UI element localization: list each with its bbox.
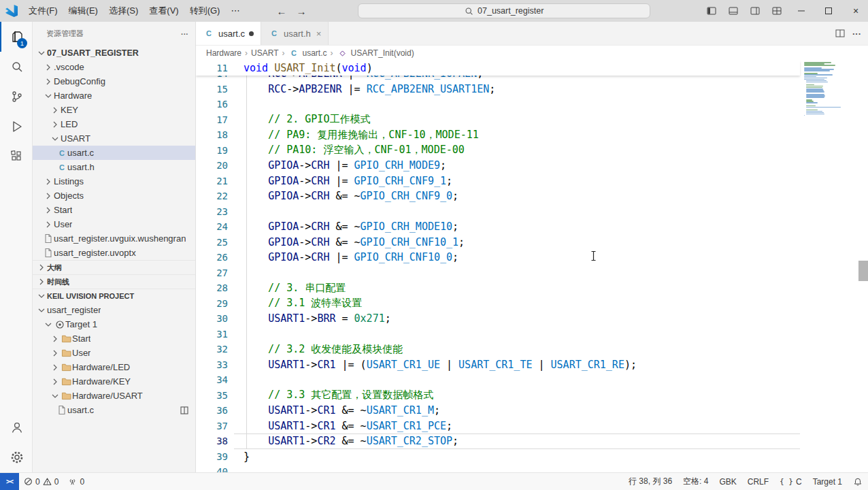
code-editor[interactable]: 14 RCC->APB2ENR |= RCC_APB2ENR_IOPAEN;15… (196, 61, 868, 472)
breadcrumb-item-1[interactable]: USART (251, 48, 278, 58)
explorer-item-usart[interactable]: USART (33, 131, 195, 146)
toggle-sidebar-icon[interactable] (702, 1, 721, 20)
explorer-item-usart_register.uvoptx[interactable]: usart_register.uvoptx (33, 246, 195, 260)
code-line-27[interactable]: 27 (196, 265, 800, 281)
explorer-item-objects[interactable]: Objects (33, 189, 195, 203)
code-line-25[interactable]: 25 GPIOA->CRH &= ~GPIO_CRH_CNF10_1; (196, 235, 800, 250)
status-cursor-position[interactable]: 行 38, 列 36 (623, 473, 678, 490)
code-line-15[interactable]: 15 RCC->APB2ENR |= RCC_APB2ENR_USART1EN; (196, 82, 800, 97)
keil-item-hardware-usart[interactable]: Hardware/USART (33, 389, 195, 403)
line-number[interactable]: 32 (196, 344, 228, 355)
run-debug-activity-button[interactable] (0, 112, 32, 142)
line-number[interactable]: 34 (196, 374, 228, 385)
status-language[interactable]: { } C (774, 473, 807, 490)
keil-item-usart_register[interactable]: usart_register (33, 303, 195, 317)
tab-close-icon[interactable]: × (315, 29, 322, 39)
code-line-23[interactable]: 23 (196, 204, 800, 220)
code-line-38[interactable]: 38 USART1->CR2 &= ~USART_CR2_STOP; (196, 434, 800, 449)
line-number[interactable]: 38 (196, 436, 228, 446)
breadcrumb-item-3[interactable]: USART_Init(void) (337, 48, 414, 59)
explorer-item-user[interactable]: User (33, 217, 195, 231)
sticky-scroll-line[interactable]: 11 void USART_Init(void) (196, 61, 800, 76)
account-button[interactable] (0, 412, 32, 442)
keil-item-usart.c[interactable]: usart.c (33, 403, 195, 417)
line-number[interactable]: 30 (196, 313, 228, 324)
explorer-item-hardware[interactable]: Hardware (33, 88, 195, 103)
keil-item-hardware-key[interactable]: Hardware/KEY (33, 374, 195, 389)
nav-back-button[interactable]: ← (276, 5, 286, 17)
keil-item-hardware-led[interactable]: Hardware/LED (33, 360, 195, 374)
window-maximize-button[interactable] (816, 0, 841, 22)
line-number[interactable]: 22 (196, 191, 228, 201)
window-close-button[interactable]: × (844, 0, 868, 22)
code-line-19[interactable]: 19 // PA10: 浮空输入，CNF-01，MODE-00 (196, 143, 800, 159)
line-number[interactable]: 39 (196, 451, 228, 462)
status-eol[interactable]: CRLF (742, 473, 774, 490)
status-problems[interactable]: 0 0 (19, 473, 63, 490)
line-number[interactable]: 35 (196, 390, 228, 401)
open-to-side-icon[interactable] (178, 405, 190, 416)
menu-item-1[interactable]: 编辑(E) (63, 3, 103, 18)
line-number[interactable]: 36 (196, 405, 228, 416)
menu-item-2[interactable]: 选择(S) (103, 3, 144, 18)
code-line-37[interactable]: 37 USART1->CR1 &= ~USART_CR1_PCE; (196, 419, 800, 434)
status-indentation[interactable]: 空格: 4 (678, 473, 714, 490)
explorer-item-.vscode[interactable]: .vscode (33, 60, 195, 74)
explorer-more-actions-icon[interactable]: ··· (181, 30, 188, 38)
code-line-29[interactable]: 29 // 3.1 波特率设置 (196, 296, 800, 312)
code-line-21[interactable]: 21 GPIOA->CRH |= GPIO_CRH_CNF9_1; (196, 174, 800, 189)
line-number[interactable]: 29 (196, 298, 228, 309)
timeline-panel-header[interactable]: 时间线 (33, 274, 195, 289)
line-number[interactable]: 26 (196, 252, 228, 263)
line-number[interactable]: 20 (196, 160, 228, 171)
code-line-40[interactable]: 40 (196, 464, 800, 472)
code-line-39[interactable]: 39} (196, 449, 800, 465)
keil-item-user[interactable]: User (33, 346, 195, 360)
command-center-search[interactable]: 07_usart_register (358, 3, 650, 18)
code-line-26[interactable]: 26 GPIOA->CRH |= GPIO_CRH_CNF10_0; (196, 250, 800, 265)
menu-item-4[interactable]: 转到(G) (184, 3, 226, 18)
explorer-item-start[interactable]: Start (33, 203, 195, 217)
split-editor-icon[interactable] (835, 28, 846, 39)
code-line-30[interactable]: 30 USART1->BRR = 0x271; (196, 311, 800, 327)
explorer-item-led[interactable]: LED (33, 117, 195, 131)
explorer-activity-button[interactable]: 1 (0, 22, 32, 52)
explorer-item-usart_register.uvguix.wushengran[interactable]: usart_register.uvguix.wushengran (33, 231, 195, 246)
vertical-scrollbar[interactable] (858, 261, 868, 281)
explorer-item-usart.h[interactable]: Cusart.h (33, 160, 195, 174)
code-line-17[interactable]: 17 // 2. GPIO工作模式 (196, 112, 800, 128)
code-line-35[interactable]: 35 // 3.3 其它配置，设置数据帧格式 (196, 388, 800, 404)
line-number[interactable]: 28 (196, 282, 228, 293)
line-number[interactable]: 25 (196, 237, 228, 248)
breadcrumb-item-0[interactable]: Hardware (206, 48, 241, 58)
breadcrumb-item-2[interactable]: Cusart.c (288, 48, 327, 59)
keil-item-target-1[interactable]: Target 1 (33, 317, 195, 331)
extensions-activity-button[interactable] (0, 142, 32, 172)
code-line-34[interactable]: 34 (196, 372, 800, 388)
editor-more-actions-icon[interactable]: ··· (852, 29, 861, 39)
toggle-panel-icon[interactable] (724, 1, 743, 20)
nav-forward-button[interactable]: → (296, 5, 306, 17)
code-line-28[interactable]: 28 // 3. 串口配置 (196, 280, 800, 296)
code-line-24[interactable]: 24 GPIOA->CRH &= ~GPIO_CRH_MODE10; (196, 219, 800, 235)
tab-usart.h[interactable]: Cusart.h× (261, 22, 329, 45)
tab-usart.c[interactable]: Cusart.c (196, 22, 261, 45)
explorer-item-debugconfig[interactable]: DebugConfig (33, 74, 195, 88)
line-number[interactable]: 33 (196, 359, 228, 370)
code-line-20[interactable]: 20 GPIOA->CRH |= GPIO_CRH_MODE9; (196, 158, 800, 174)
line-number[interactable]: 19 (196, 145, 228, 156)
line-number[interactable]: 15 (196, 84, 228, 95)
line-number[interactable]: 21 (196, 176, 228, 186)
status-ports[interactable]: 0 (63, 473, 89, 490)
line-number[interactable]: 23 (196, 206, 228, 217)
code-line-36[interactable]: 36 USART1->CR1 &= ~USART_CR1_M; (196, 403, 800, 419)
menu-item-3[interactable]: 查看(V) (144, 3, 184, 18)
code-line-32[interactable]: 32 // 3.2 收发使能及模块使能 (196, 342, 800, 357)
code-line-33[interactable]: 33 USART1->CR1 |= (USART_CR1_UE | USART_… (196, 357, 800, 373)
explorer-item-key[interactable]: KEY (33, 103, 195, 117)
explorer-item-usart.c[interactable]: Cusart.c (33, 146, 195, 160)
explorer-item-listings[interactable]: Listings (33, 174, 195, 189)
code-line-31[interactable]: 31 (196, 327, 800, 342)
code-line-22[interactable]: 22 GPIOA->CRH &= ~GPIO_CRH_CNF9_0; (196, 189, 800, 204)
menu-item-0[interactable]: 文件(F) (23, 3, 63, 18)
